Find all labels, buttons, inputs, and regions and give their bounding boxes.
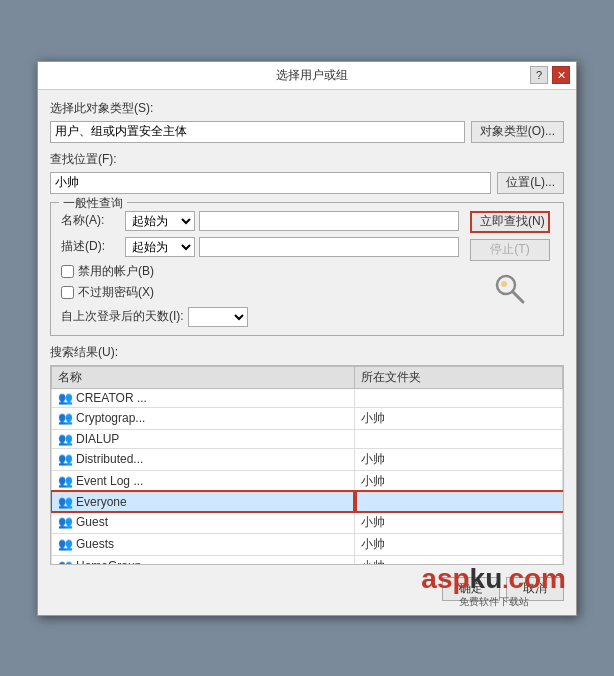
cell-folder: 小帅: [355, 555, 563, 565]
location-row: 位置(L)...: [50, 172, 564, 194]
col-name-header: 名称: [52, 366, 355, 388]
table-row[interactable]: 👥Everyone: [52, 492, 563, 511]
query-left: 名称(A): 起始为 描述(D): 起始为 禁用的帐户(B): [61, 211, 459, 327]
results-wrapper: 名称 所在文件夹 👥CREATOR ... 👥Cryptograp... 小帅 …: [50, 365, 564, 565]
days-label: 自上次登录后的天数(I):: [61, 308, 184, 325]
cell-name: 👥Event Log ...: [52, 470, 355, 492]
cell-name: 👥Distributed...: [52, 448, 355, 470]
desc-label: 描述(D):: [61, 238, 121, 255]
table-row[interactable]: 👥DIALUP: [52, 429, 563, 448]
table-row[interactable]: 👥HomeGroup... 小帅: [52, 555, 563, 565]
cell-name: 👥Cryptograp...: [52, 407, 355, 429]
checkbox-noexpire-row: 不过期密码(X): [61, 284, 459, 301]
cancel-button[interactable]: 取消: [506, 577, 564, 601]
confirm-button[interactable]: 确定: [442, 577, 500, 601]
location-input[interactable]: [50, 172, 491, 194]
cell-name: 👥Guests: [52, 533, 355, 555]
query-right-panel: 立即查找(N) 停止(T): [467, 211, 553, 307]
name-input[interactable]: [199, 211, 459, 231]
close-button[interactable]: ✕: [552, 66, 570, 84]
user-icon: 👥: [58, 432, 73, 446]
results-table: 名称 所在文件夹 👥CREATOR ... 👥Cryptograp... 小帅 …: [51, 366, 563, 565]
user-icon: 👥: [58, 391, 73, 405]
user-icon: 👥: [58, 474, 73, 488]
cell-folder: 小帅: [355, 470, 563, 492]
desc-row: 描述(D): 起始为: [61, 237, 459, 257]
table-row[interactable]: 👥Cryptograp... 小帅: [52, 407, 563, 429]
checkbox-noexpire[interactable]: [61, 286, 74, 299]
checkbox-disabled[interactable]: [61, 265, 74, 278]
name-select[interactable]: 起始为: [125, 211, 195, 231]
name-label: 名称(A):: [61, 212, 121, 229]
object-type-label: 选择此对象类型(S):: [50, 100, 564, 117]
table-row[interactable]: 👥CREATOR ...: [52, 388, 563, 407]
svg-line-1: [513, 292, 523, 302]
location-button[interactable]: 位置(L)...: [497, 172, 564, 194]
user-icon: 👥: [58, 411, 73, 425]
checkbox-disabled-label: 禁用的帐户(B): [78, 263, 154, 280]
titlebar-controls: ? ✕: [530, 66, 570, 84]
cell-folder: [355, 388, 563, 407]
general-query-title: 一般性查询: [59, 195, 127, 212]
table-header-row: 名称 所在文件夹: [52, 366, 563, 388]
cell-name: 👥Guest: [52, 511, 355, 533]
desc-input[interactable]: [199, 237, 459, 257]
cell-folder: 小帅: [355, 533, 563, 555]
table-row[interactable]: 👥Guest 小帅: [52, 511, 563, 533]
cell-name: 👥HomeGroup...: [52, 555, 355, 565]
user-icon: 👥: [58, 452, 73, 466]
object-type-row: 对象类型(O)...: [50, 121, 564, 143]
bottom-buttons: 确定 取消: [50, 573, 564, 605]
window-title: 选择用户或组: [94, 67, 530, 84]
checkbox-noexpire-label: 不过期密码(X): [78, 284, 154, 301]
col-folder-header: 所在文件夹: [355, 366, 563, 388]
svg-point-2: [501, 281, 507, 287]
table-row[interactable]: 👥Event Log ... 小帅: [52, 470, 563, 492]
user-icon: 👥: [58, 559, 73, 565]
object-type-button[interactable]: 对象类型(O)...: [471, 121, 564, 143]
search-now-button[interactable]: 立即查找(N): [470, 211, 550, 233]
user-icon: 👥: [58, 515, 73, 529]
results-table-container[interactable]: 名称 所在文件夹 👥CREATOR ... 👥Cryptograp... 小帅 …: [50, 365, 564, 565]
dialog-window: 选择用户或组 ? ✕ 选择此对象类型(S): 对象类型(O)... 查找位置(F…: [37, 61, 577, 616]
table-row[interactable]: 👥Guests 小帅: [52, 533, 563, 555]
cell-name: 👥DIALUP: [52, 429, 355, 448]
desc-select[interactable]: 起始为: [125, 237, 195, 257]
cell-name: 👥CREATOR ...: [52, 388, 355, 407]
stop-button[interactable]: 停止(T): [470, 239, 550, 261]
table-row[interactable]: 👥Distributed... 小帅: [52, 448, 563, 470]
cell-folder: 小帅: [355, 407, 563, 429]
titlebar: 选择用户或组 ? ✕: [38, 62, 576, 90]
results-label: 搜索结果(U):: [50, 344, 564, 361]
search-icon: [492, 271, 528, 307]
general-query-groupbox: 一般性查询 名称(A): 起始为 描述(D): 起始为: [50, 202, 564, 336]
user-icon: 👥: [58, 495, 73, 509]
user-icon: 👥: [58, 537, 73, 551]
cell-folder: [355, 492, 563, 511]
cell-folder: 小帅: [355, 511, 563, 533]
help-button[interactable]: ?: [530, 66, 548, 84]
cell-folder: 小帅: [355, 448, 563, 470]
days-select[interactable]: [188, 307, 248, 327]
object-type-input[interactable]: [50, 121, 465, 143]
checkbox-disabled-row: 禁用的帐户(B): [61, 263, 459, 280]
dialog-content: 选择此对象类型(S): 对象类型(O)... 查找位置(F): 位置(L)...…: [38, 90, 576, 615]
days-row: 自上次登录后的天数(I):: [61, 307, 459, 327]
location-label: 查找位置(F):: [50, 151, 564, 168]
name-row: 名称(A): 起始为: [61, 211, 459, 231]
cell-folder: [355, 429, 563, 448]
cell-name: 👥Everyone: [52, 492, 355, 511]
general-query-area: 名称(A): 起始为 描述(D): 起始为 禁用的帐户(B): [61, 211, 553, 327]
